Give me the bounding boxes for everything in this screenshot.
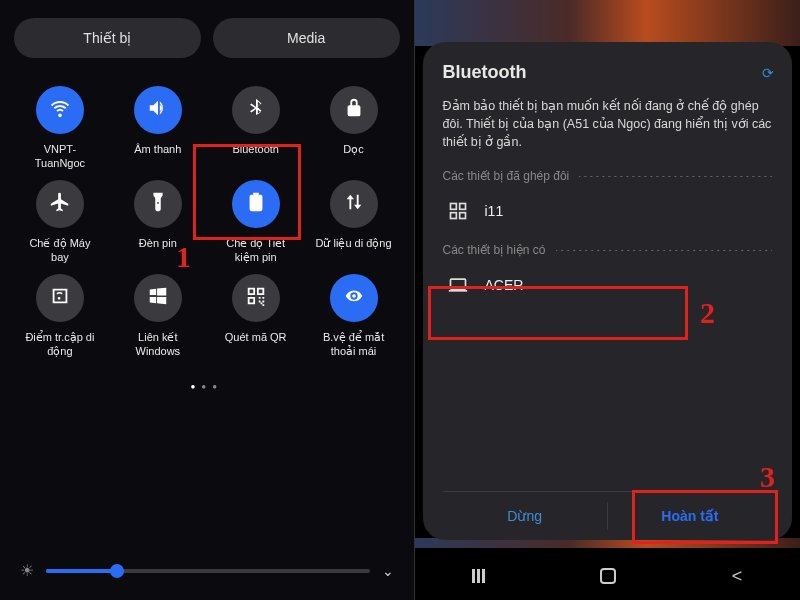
svg-rect-1 (459, 204, 465, 210)
tile-sound[interactable]: Âm thanh (112, 86, 204, 170)
wifi-icon (49, 97, 71, 123)
tile-label: Dọc (343, 142, 363, 156)
sheet-title: Bluetooth (443, 62, 527, 83)
tile-eyecomfort[interactable]: B.vệ để mắt thoải mái (308, 274, 400, 358)
available-device-row[interactable]: ACER (443, 263, 773, 307)
tile-flashlight[interactable]: Đèn pin (112, 180, 204, 264)
available-section-header: Các thiết bị hiện có (443, 243, 773, 257)
tile-label: Liên kết Windows (118, 330, 198, 358)
tab-device[interactable]: Thiết bị (14, 18, 201, 58)
bluetooth-sheet: Bluetooth ⟳ Đảm bảo thiết bị bạn muốn kế… (423, 42, 793, 540)
android-navbar (415, 552, 801, 600)
tile-data[interactable]: Dữ liệu di động (308, 180, 400, 264)
bluetooth-icon (245, 97, 267, 123)
sound-icon (147, 97, 169, 123)
battery-icon (245, 191, 267, 217)
hotspot-icon (49, 285, 71, 311)
wallpaper-strip (415, 0, 801, 46)
tile-airplane[interactable]: Chế độ Máy bay (14, 180, 106, 264)
data-icon (343, 191, 365, 217)
airplane-icon (49, 191, 71, 217)
quick-tiles-grid: VNPT-TuanNgoc Âm thanh Bluetooth Dọc Chế… (14, 86, 400, 358)
svg-rect-0 (450, 204, 456, 210)
svg-rect-2 (450, 213, 456, 219)
tile-hotspot[interactable]: Điểm tr.cập di động (14, 274, 106, 358)
brightness-slider[interactable] (46, 569, 370, 573)
windows-icon (147, 285, 169, 311)
tile-label: Quét mã QR (225, 330, 287, 344)
brightness-icon: ☀ (20, 561, 34, 580)
tile-windows[interactable]: Liên kết Windows (112, 274, 204, 358)
tile-bluetooth[interactable]: Bluetooth (210, 86, 302, 170)
back-button[interactable] (732, 566, 743, 587)
quick-settings-panel: Thiết bị Media VNPT-TuanNgoc Âm thanh Bl… (0, 0, 415, 600)
device-name: i11 (485, 203, 504, 219)
qr-icon (245, 285, 267, 311)
sheet-description: Đảm bảo thiết bị bạn muốn kết nối đang ở… (443, 97, 773, 151)
flashlight-icon (147, 191, 169, 217)
lock-icon (343, 97, 365, 123)
scanning-spinner-icon: ⟳ (762, 65, 772, 81)
sheet-actions: Dừng Hoàn tất (443, 491, 773, 540)
laptop-icon (447, 275, 469, 295)
svg-rect-3 (459, 213, 465, 219)
recents-button[interactable] (472, 569, 485, 583)
tile-label: VNPT-TuanNgoc (20, 142, 100, 170)
tile-orientation[interactable]: Dọc (308, 86, 400, 170)
page-indicator: ●●● (14, 382, 400, 391)
tab-media[interactable]: Media (213, 18, 400, 58)
tile-label: Điểm tr.cập di động (20, 330, 100, 358)
eye-icon (343, 285, 365, 311)
tile-label: Chế độ Tiết kiệm pin (216, 236, 296, 264)
tile-label: Chế độ Máy bay (20, 236, 100, 264)
tile-wifi[interactable]: VNPT-TuanNgoc (14, 86, 106, 170)
tile-qr[interactable]: Quét mã QR (210, 274, 302, 358)
tile-label: Đèn pin (139, 236, 177, 250)
paired-device-row[interactable]: i11 (443, 189, 773, 233)
tile-powersave[interactable]: Chế độ Tiết kiệm pin (210, 180, 302, 264)
bluetooth-settings-panel: Bluetooth ⟳ Đảm bảo thiết bị bạn muốn kế… (415, 0, 801, 600)
brightness-row: ☀ ⌄ (20, 561, 394, 580)
stop-button[interactable]: Dừng (443, 492, 607, 540)
panel-tabs: Thiết bị Media (14, 18, 400, 58)
tile-label: B.vệ để mắt thoải mái (314, 330, 394, 358)
device-grid-icon (447, 201, 469, 221)
svg-rect-4 (450, 279, 465, 289)
tile-label: Bluetooth (232, 142, 278, 156)
done-button[interactable]: Hoàn tất (608, 492, 772, 540)
tile-label: Âm thanh (134, 142, 181, 156)
paired-section-header: Các thiết bị đã ghép đôi (443, 169, 773, 183)
expand-icon[interactable]: ⌄ (382, 563, 394, 579)
device-name: ACER (485, 277, 524, 293)
tile-label: Dữ liệu di động (316, 236, 392, 250)
home-button[interactable] (600, 568, 616, 584)
